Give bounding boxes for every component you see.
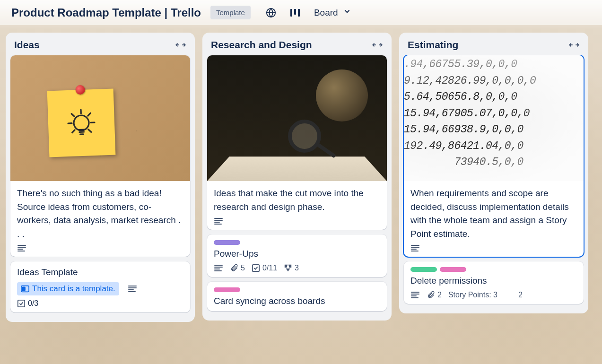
card-body: Delete permissions 2 Story Points: 3 2 xyxy=(404,261,584,304)
card-cover-image xyxy=(10,55,190,181)
globe-icon[interactable] xyxy=(266,8,276,18)
card-text: There's no such thing as a bad idea! Sou… xyxy=(17,187,183,241)
list-title[interactable]: Ideas xyxy=(14,39,40,51)
svg-rect-2 xyxy=(294,9,296,15)
list-title[interactable]: Estimating xyxy=(408,39,458,51)
list-ideas: Ideas There's no xyxy=(6,33,195,322)
attachment-count: 5 xyxy=(241,264,245,272)
card-title: Delete permissions xyxy=(410,276,577,286)
label-pink[interactable] xyxy=(440,267,466,272)
list-estimating: Estimating .94,66755.39,0,0,0 9.12,42826… xyxy=(399,33,588,313)
attachment-badge: 5 xyxy=(230,264,245,272)
card-title: Card syncing across boards xyxy=(214,296,380,306)
chevron-down-icon xyxy=(343,7,351,18)
svg-rect-7 xyxy=(18,300,25,307)
template-card-badge: This card is a template. xyxy=(17,282,119,295)
description-icon xyxy=(214,264,223,272)
checklist-badge: 0/3 xyxy=(17,299,38,308)
card-body: Power-Ups 5 0/11 xyxy=(207,234,387,277)
card-text: When requirements and scope are decided,… xyxy=(410,187,577,241)
card-cover-image xyxy=(207,55,387,181)
card-text: Ideas that make the cut move into the re… xyxy=(214,187,380,214)
header-icons-group: Board xyxy=(266,7,351,18)
description-icon xyxy=(410,291,420,299)
view-label: Board xyxy=(314,8,338,18)
description-icon xyxy=(214,217,223,225)
collapse-list-button[interactable] xyxy=(372,41,383,49)
label-pink[interactable] xyxy=(214,287,240,292)
board-header: Product Roadmap Template | Trello Templa… xyxy=(0,0,602,25)
svg-rect-1 xyxy=(290,9,292,17)
card-body: Card syncing across boards xyxy=(207,282,387,311)
card[interactable]: Delete permissions 2 Story Points: 3 2 xyxy=(404,261,584,304)
list-header: Ideas xyxy=(6,33,195,55)
description-icon xyxy=(17,244,26,252)
extra-count: 3 xyxy=(295,264,299,272)
card-body: When requirements and scope are decided,… xyxy=(404,181,584,257)
list-body: .94,66755.39,0,0,0 9.12,42826.99,0,0,0,0… xyxy=(399,55,588,313)
checklist-count: 0/11 xyxy=(262,264,277,272)
card-body: Ideas that make the cut move into the re… xyxy=(207,181,387,230)
card[interactable]: Card syncing across boards xyxy=(207,282,387,311)
view-switcher[interactable]: Board xyxy=(314,7,351,18)
board-view-icon xyxy=(289,8,301,17)
card[interactable]: Ideas that make the cut move into the re… xyxy=(207,55,387,230)
list-body: Ideas that make the cut move into the re… xyxy=(202,55,392,321)
collapse-list-button[interactable] xyxy=(175,41,186,49)
card-title: Power-Ups xyxy=(214,249,380,259)
template-notice-text: This card is a template. xyxy=(32,284,115,294)
card-title: Ideas Template xyxy=(17,267,183,277)
list-body: There's no such thing as a bad idea! Sou… xyxy=(6,55,195,322)
card[interactable]: .94,66755.39,0,0,0 9.12,42826.99,0,0,0,0… xyxy=(404,55,584,257)
attachment-count: 2 xyxy=(437,291,442,299)
label-purple[interactable] xyxy=(214,240,240,245)
checklist-count: 0/3 xyxy=(28,299,38,308)
list-header: Estimating xyxy=(399,33,588,55)
card-labels xyxy=(214,287,380,292)
svg-rect-3 xyxy=(298,9,300,17)
extra-count: 2 xyxy=(518,291,523,299)
description-icon xyxy=(410,244,420,252)
list-research-design: Research and Design Ideas that make the … xyxy=(202,33,392,321)
template-badge[interactable]: Template xyxy=(210,6,251,19)
card[interactable]: Power-Ups 5 0/11 xyxy=(207,234,387,277)
card[interactable]: There's no such thing as a bad idea! Sou… xyxy=(10,55,190,257)
svg-rect-6 xyxy=(23,287,25,290)
story-points-badge: Story Points: 3 xyxy=(448,291,497,299)
list-title[interactable]: Research and Design xyxy=(211,39,312,51)
card[interactable]: Ideas Template This card is a template. xyxy=(10,261,190,312)
card-labels xyxy=(214,240,380,245)
list-header: Research and Design xyxy=(202,33,392,55)
checklist-badge: 0/11 xyxy=(252,264,277,272)
board-title: Product Roadmap Template | Trello xyxy=(11,6,201,19)
label-green[interactable] xyxy=(410,267,437,272)
card-body: There's no such thing as a bad idea! Sou… xyxy=(10,181,190,257)
powerup-badge: 3 xyxy=(284,264,299,272)
description-icon xyxy=(128,285,137,293)
attachment-badge: 2 xyxy=(427,291,442,299)
svg-point-4 xyxy=(73,115,89,130)
card-cover-image: .94,66755.39,0,0,0 9.12,42826.99,0,0,0,0… xyxy=(404,55,584,181)
card-body: Ideas Template This card is a template. xyxy=(10,261,190,312)
collapse-list-button[interactable] xyxy=(568,41,580,49)
svg-rect-8 xyxy=(253,265,259,271)
board-area: Ideas There's no xyxy=(0,25,602,360)
card-labels xyxy=(410,267,577,272)
